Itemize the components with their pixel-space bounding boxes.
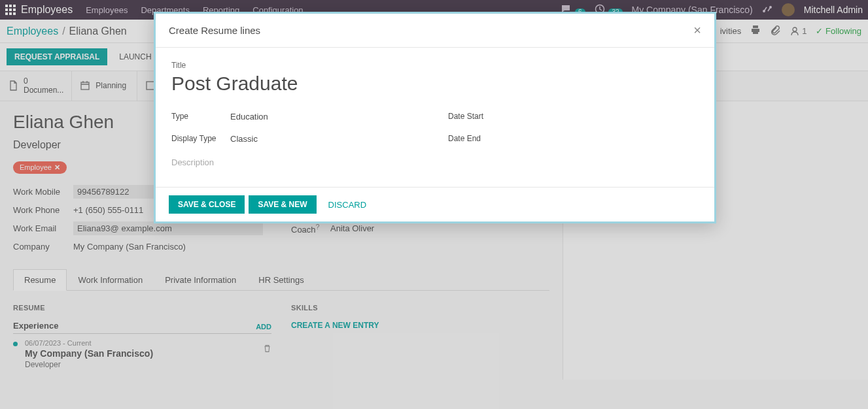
modal-date-end-label: Date End — [448, 134, 507, 143]
modal-create-resume-line: Create Resume lines × Title Post Graduat… — [154, 12, 716, 223]
close-icon[interactable]: × — [693, 23, 701, 38]
modal-description-field[interactable]: Description — [171, 157, 699, 167]
modal-type-label: Type — [171, 112, 230, 121]
save-close-button[interactable]: SAVE & CLOSE — [169, 195, 245, 214]
discard-button[interactable]: DISCARD — [321, 195, 375, 214]
modal-date-start-label: Date Start — [448, 112, 507, 121]
modal-type-field[interactable]: Education — [230, 112, 268, 122]
modal-title: Create Resume lines — [169, 25, 260, 36]
modal-display-type-field[interactable]: Classic — [230, 134, 258, 144]
modal-title-label: Title — [171, 61, 699, 70]
save-new-button[interactable]: SAVE & NEW — [249, 195, 316, 214]
modal-title-input[interactable]: Post Graduate — [171, 73, 699, 95]
modal-display-type-label: Display Type — [171, 134, 230, 143]
